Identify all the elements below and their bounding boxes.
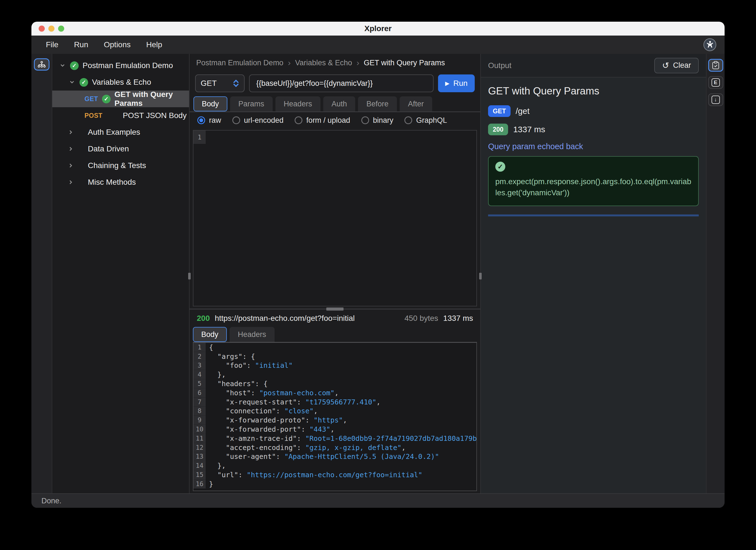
body-mode-radios: raw url-encoded form / upload binary Gra… <box>190 112 480 128</box>
window-title: Xplorer <box>364 24 392 33</box>
tree-request-label: GET with Query Params <box>115 90 189 108</box>
tree-request-post-json-body[interactable]: POST POST JSON Body <box>52 107 189 124</box>
mode-graphql[interactable]: GraphQL <box>404 116 447 125</box>
url-input[interactable] <box>249 74 434 92</box>
output-resize-handle[interactable] <box>479 273 482 279</box>
tab-body[interactable]: Body <box>193 96 227 111</box>
output-entry-title: GET with Query Params <box>488 85 699 97</box>
url-row: GET ▶ Run <box>190 72 480 95</box>
minimize-window-button[interactable] <box>48 26 54 32</box>
status-badge: 200 <box>488 124 508 135</box>
tests-output-button[interactable] <box>708 59 723 72</box>
chevron-right-icon[interactable] <box>67 162 74 169</box>
collections-tree-button[interactable] <box>34 58 49 71</box>
code-line: 4 }, <box>193 370 476 379</box>
clear-button-label: Clear <box>673 61 691 70</box>
method-select[interactable]: GET <box>195 74 245 92</box>
code-line: 14 }, <box>193 461 476 470</box>
tree-folder-auth-examples[interactable]: Auth Examples <box>52 124 189 141</box>
maximize-window-button[interactable] <box>58 26 64 32</box>
tree-folder-data-driven[interactable]: Data Driven <box>52 141 189 157</box>
tab-auth[interactable]: Auth <box>323 96 355 111</box>
breadcrumb-separator-icon: › <box>288 58 291 68</box>
tree-folder-variables-echo[interactable]: ✓ Variables & Echo <box>52 74 189 91</box>
response-tab-headers[interactable]: Headers <box>230 327 275 342</box>
download-button[interactable]: ↓ <box>708 93 723 106</box>
tab-before[interactable]: Before <box>358 96 397 111</box>
menu-file[interactable]: File <box>40 38 64 51</box>
splitter-grip[interactable] <box>326 307 344 310</box>
right-icon-rail: E ↓ <box>706 54 725 493</box>
method-badge: GET <box>488 105 511 117</box>
tree-collection[interactable]: ✓ Postman Emulation Demo <box>52 57 189 74</box>
download-icon: ↓ <box>712 96 720 104</box>
code-line: 15 "url": "https://postman-echo.com/get?… <box>193 470 476 479</box>
radio-selected-icon <box>197 116 205 124</box>
environment-button[interactable]: E <box>708 76 723 89</box>
method-label-get: GET <box>84 95 98 103</box>
avatar[interactable] <box>703 38 716 51</box>
tree-folder-label: Chaining & Tests <box>88 161 146 170</box>
breadcrumb-collection[interactable]: Postman Emulation Demo <box>196 59 283 67</box>
check-circle-icon: ✓ <box>79 78 88 87</box>
response-url: https://postman-echo.com/get?foo=initial <box>215 314 355 323</box>
method-label-post: POST <box>84 112 103 120</box>
tree-folder-label: Misc Methods <box>88 178 136 187</box>
mode-url-encoded[interactable]: url-encoded <box>232 116 284 125</box>
clear-button[interactable]: ↺ Clear <box>654 58 699 73</box>
request-path: /get <box>516 106 529 116</box>
response-tab-body[interactable]: Body <box>193 327 227 342</box>
request-response-splitter[interactable] <box>190 306 480 311</box>
chevron-down-icon[interactable] <box>68 79 76 86</box>
chevron-right-icon[interactable] <box>67 129 74 136</box>
left-icon-rail <box>31 54 52 493</box>
method-select-value: GET <box>201 79 217 88</box>
request-tabs: Body Params Headers Auth Before After <box>190 95 480 112</box>
mode-binary[interactable]: binary <box>361 116 394 125</box>
menu-run[interactable]: Run <box>68 38 94 51</box>
app-window: Xplorer File Run Options Help <box>31 22 725 508</box>
hierarchy-icon <box>38 61 46 68</box>
karate-figure-icon <box>705 40 714 49</box>
chevron-right-icon[interactable] <box>67 145 74 153</box>
collection-sidebar: ✓ Postman Emulation Demo ✓ Variables & E… <box>52 54 189 493</box>
tab-params[interactable]: Params <box>230 96 273 111</box>
tab-after[interactable]: After <box>400 96 432 111</box>
tab-headers[interactable]: Headers <box>275 96 320 111</box>
code-line: 6 "host": "postman-echo.com", <box>193 388 476 397</box>
breadcrumb-request: GET with Query Params <box>364 59 445 67</box>
run-button-label: Run <box>453 79 467 88</box>
clear-icon: ↺ <box>662 61 669 70</box>
breadcrumb: Postman Emulation Demo › Variables & Ech… <box>190 54 480 72</box>
tree-folder-chaining-tests[interactable]: Chaining & Tests <box>52 157 189 174</box>
mode-form-upload[interactable]: form / upload <box>295 116 350 125</box>
code-line: 11 "x-amzn-trace-id": "Root=1-68e0dbb9-2… <box>193 434 476 443</box>
window-controls <box>39 22 64 36</box>
close-window-button[interactable] <box>39 26 45 32</box>
radio-icon <box>361 116 369 124</box>
breadcrumb-folder[interactable]: Variables & Echo <box>295 59 352 67</box>
mode-raw[interactable]: raw <box>197 116 221 125</box>
radio-icon <box>295 116 302 124</box>
run-button[interactable]: ▶ Run <box>438 74 475 92</box>
code-line: 2 "args": { <box>193 352 476 361</box>
output-panel: Output ↺ Clear GET with Query Params GET… <box>481 54 706 493</box>
menu-help[interactable]: Help <box>140 38 168 51</box>
tree-request-get-query-params[interactable]: GET ✓ GET with Query Params <box>52 91 189 107</box>
chevron-right-icon[interactable] <box>67 179 74 186</box>
environment-icon: E <box>712 78 720 87</box>
menu-options[interactable]: Options <box>98 38 137 51</box>
code-line: 1{ <box>193 343 476 352</box>
test-name-link[interactable]: Query param echoed back <box>488 142 699 151</box>
radio-icon <box>404 116 412 124</box>
output-status-row: 200 1337 ms <box>488 124 699 135</box>
output-method-row: GET /get <box>488 105 699 117</box>
chevron-down-icon[interactable] <box>59 62 66 69</box>
code-line: 13 "user-agent": "Apache-HttpClient/5.5 … <box>193 452 476 461</box>
editor-line-number: 1 <box>193 131 206 144</box>
code-line: 7 "x-request-start": "t1759566777.410", <box>193 397 476 407</box>
tree-folder-misc-methods[interactable]: Misc Methods <box>52 174 189 191</box>
sidebar-resize-handle[interactable] <box>188 273 191 279</box>
chevron-up-icon <box>233 80 239 83</box>
request-body-editor[interactable]: 1 <box>193 130 477 306</box>
